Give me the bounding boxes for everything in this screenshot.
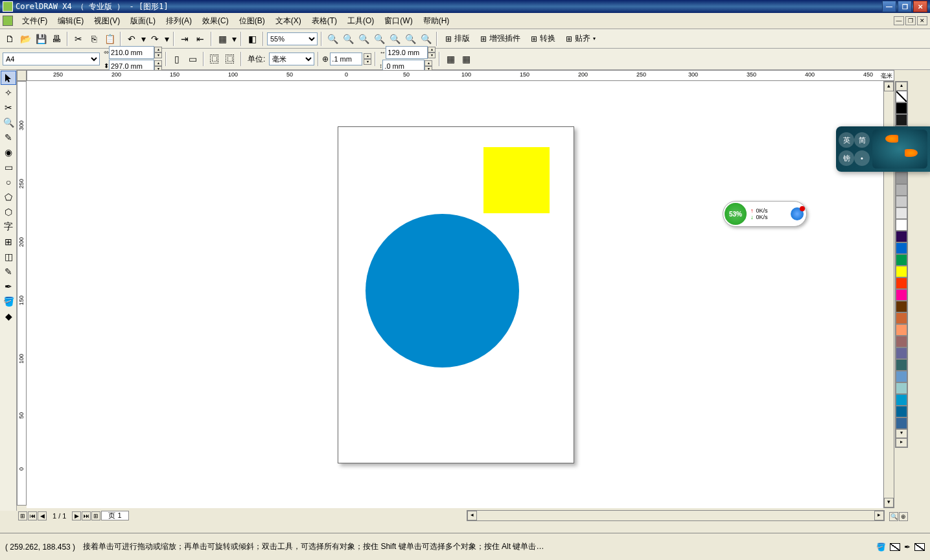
zoom-in-icon[interactable]: 🔍 — [325, 32, 340, 46]
close-button[interactable]: ✕ — [913, 1, 927, 12]
palette-down[interactable]: ▾ — [896, 429, 907, 438]
relative-icon[interactable]: ▦ — [459, 52, 473, 66]
color-swatch[interactable] — [896, 301, 907, 312]
last-page-button[interactable]: ⏭ — [82, 511, 91, 520]
menu-bitmap[interactable]: 位图(B) — [234, 14, 270, 28]
color-swatch[interactable] — [896, 406, 907, 417]
ruler-horizontal[interactable]: 250 200 150 100 50 0 50 100 150 200 250 … — [27, 70, 894, 81]
convert-button[interactable]: ⊞转换 — [526, 32, 560, 46]
paper-size-combo[interactable]: A4 — [3, 52, 100, 65]
zoom-tool[interactable]: 🔍 — [1, 115, 16, 130]
ime-mode-button[interactable]: 镑 — [839, 150, 854, 166]
app-launcher[interactable]: ▦ — [215, 32, 229, 46]
canvas[interactable] — [27, 81, 894, 508]
palette-up[interactable]: ▴ — [896, 82, 907, 91]
pick-tool[interactable] — [1, 71, 16, 85]
ime-toolbar[interactable]: 英 镑 简 • — [836, 126, 930, 172]
accel-percent[interactable]: 53% — [725, 203, 747, 225]
color-swatch[interactable] — [896, 196, 907, 207]
mdi-restore[interactable]: ❐ — [905, 16, 916, 25]
nudge-down[interactable]: ▾ — [364, 59, 371, 65]
page-width-input[interactable] — [109, 46, 154, 59]
color-yellow[interactable] — [896, 266, 907, 277]
color-swatch[interactable] — [896, 114, 907, 126]
cut-button[interactable]: ✂ — [71, 32, 86, 46]
width-up[interactable]: ▴ — [154, 47, 162, 52]
menu-layout[interactable]: 版面(L) — [125, 14, 161, 28]
first-page-button[interactable]: ⏮ — [28, 511, 37, 520]
fill-indicator[interactable] — [890, 543, 900, 551]
scroll-right-button[interactable]: ▸ — [874, 511, 884, 520]
table-tool[interactable]: ⊞ — [1, 235, 16, 249]
ellipse-tool[interactable]: ○ — [1, 175, 16, 189]
snap-button[interactable]: ⊞贴齐▾ — [561, 32, 600, 46]
landscape-button[interactable]: ▭ — [185, 52, 200, 66]
pages-icon2[interactable]: ⿴ — [223, 52, 237, 66]
new-button[interactable]: 🗋 — [3, 32, 17, 46]
net-settings-icon[interactable] — [791, 207, 804, 220]
shape-tool[interactable]: ✧ — [1, 86, 16, 100]
dup-x-input[interactable] — [386, 46, 428, 59]
undo-drop[interactable]: ▾ — [140, 32, 146, 46]
ruler-origin[interactable] — [17, 70, 27, 81]
color-swatch[interactable] — [896, 231, 907, 242]
maximize-button[interactable]: ❐ — [898, 1, 912, 12]
zoom-combo[interactable]: 55% — [267, 32, 318, 45]
add-page-after-button[interactable]: ⊞ — [91, 511, 100, 520]
eyedropper-tool[interactable]: ✎ — [1, 264, 16, 279]
polygon-tool[interactable]: ⬠ — [1, 190, 16, 204]
dupx-down[interactable]: ▾ — [428, 52, 436, 58]
open-button[interactable]: 📂 — [18, 32, 32, 46]
color-swatch[interactable] — [896, 382, 907, 394]
ime-simp-button[interactable]: 简 — [854, 132, 870, 148]
color-swatch[interactable] — [896, 324, 907, 336]
color-red[interactable] — [896, 277, 907, 289]
scroll-down-button[interactable]: ▾ — [884, 498, 894, 508]
outline-indicator[interactable] — [914, 543, 925, 551]
color-swatch[interactable] — [896, 312, 907, 324]
treat-as-filled-icon[interactable]: ▦ — [443, 52, 458, 66]
redo-button[interactable]: ↷ — [148, 32, 162, 46]
color-swatch[interactable] — [896, 172, 907, 184]
menu-window[interactable]: 窗口(W) — [379, 14, 417, 28]
horizontal-scrollbar[interactable]: ◂ ▸ — [467, 510, 885, 521]
ime-punct-button[interactable]: • — [854, 150, 870, 166]
freehand-tool[interactable]: ✎ — [1, 130, 16, 145]
dupy-up[interactable]: ▴ — [424, 60, 432, 66]
color-blue[interactable] — [896, 242, 907, 254]
mdi-close[interactable]: ✕ — [917, 16, 927, 25]
welcome-button[interactable]: ◧ — [245, 32, 259, 46]
scroll-up-button[interactable]: ▴ — [884, 82, 894, 91]
blue-circle-shape[interactable] — [366, 214, 519, 368]
prev-page-button[interactable]: ◀ — [38, 511, 47, 520]
print-button[interactable]: 🖶 — [49, 32, 64, 46]
menu-effects[interactable]: 效果(C) — [197, 14, 234, 28]
color-green[interactable] — [896, 254, 907, 266]
basic-shapes-tool[interactable]: ⬡ — [1, 205, 16, 219]
color-swatch[interactable] — [896, 184, 907, 196]
menu-view[interactable]: 视图(V) — [89, 14, 125, 28]
color-swatch[interactable] — [896, 394, 907, 406]
zoom-sel-icon[interactable]: 🔍 — [403, 32, 417, 46]
color-swatch[interactable] — [896, 347, 907, 359]
paiban-button[interactable]: ⊞排版 — [441, 32, 474, 46]
menu-edit[interactable]: 编辑(E) — [52, 14, 89, 28]
color-white[interactable] — [896, 219, 907, 231]
fill-tool[interactable]: 🪣 — [1, 294, 16, 309]
unit-combo[interactable]: 毫米 — [269, 52, 314, 65]
app-launcher-drop[interactable]: ▾ — [231, 32, 237, 46]
interactive-tool[interactable]: ◫ — [1, 250, 16, 264]
color-magenta[interactable] — [896, 289, 907, 301]
zoom-nav-out[interactable]: 🔍 — [889, 512, 898, 521]
nudge-up[interactable]: ▴ — [364, 53, 371, 59]
color-swatch[interactable] — [896, 371, 907, 382]
menu-tools[interactable]: 工具(O) — [342, 14, 379, 28]
minimize-button[interactable]: — — [882, 1, 896, 12]
zoom-all-icon[interactable]: 🔍 — [388, 32, 402, 46]
color-swatch[interactable] — [896, 417, 907, 429]
paste-button[interactable]: 📋 — [102, 32, 117, 46]
ime-lang-button[interactable]: 英 — [839, 132, 854, 148]
next-page-button[interactable]: ▶ — [72, 511, 81, 520]
color-swatch[interactable] — [896, 207, 907, 219]
rectangle-tool[interactable]: ▭ — [1, 160, 16, 174]
